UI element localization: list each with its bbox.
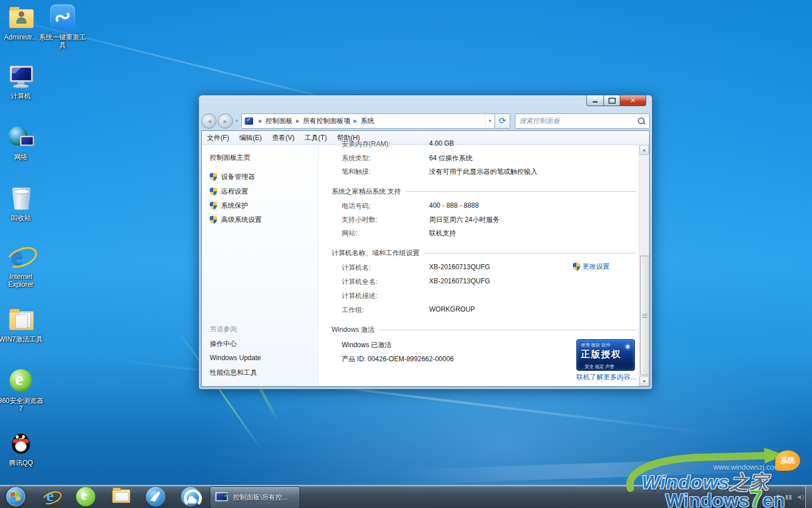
system-tray[interactable]: ⚑ ▮▮ ◄) [771,485,804,508]
sidebar-item-action-center[interactable]: 操作中心 [210,339,237,349]
taskbar-explorer[interactable] [106,485,135,508]
uac-shield-icon [210,187,217,196]
wallpaper-streak [395,456,812,485]
360-browser-icon: e [7,368,34,395]
learn-more-link[interactable]: 联机了解更多内容... [576,373,634,383]
watermark-url: www.windowszj.com [713,463,780,471]
internet-explorer-icon: e [7,244,34,271]
sidebar-item-windows-update[interactable]: Windows Update [210,354,261,362]
search-box[interactable]: 搜索控制面板 [515,113,650,129]
close-button[interactable]: ✕ [620,95,646,106]
breadcrumb-arrow-icon: ▶ [296,119,299,124]
scroll-down-icon[interactable]: ▼ [639,376,649,386]
tray-volume-icon[interactable]: ◄) [796,493,804,500]
maximize-button[interactable] [604,95,620,106]
computer-icon [7,63,34,90]
section-header-activation: Windows 激活 [332,325,637,335]
search-icon[interactable] [637,117,646,125]
uac-shield-icon [210,202,217,210]
section-header-computer-name: 计算机名称、域和工作组设置 [332,248,637,258]
sidebar-item-device-manager[interactable]: 设备管理器 [210,172,255,182]
start-button[interactable] [1,485,30,508]
section-header-support: 系统之家精品系统 支持 [332,187,637,196]
qq-browser-icon [181,487,200,506]
breadcrumb-arrow-icon: ▶ [354,119,357,124]
desktop-icon-label: 计算机 [0,92,45,100]
address-dropdown-icon[interactable]: ▼ [485,114,495,128]
uac-shield-icon [210,216,217,224]
desktop-icon-tencent-qq[interactable]: 腾讯QQ [0,430,45,467]
taskbar-feather-browser[interactable] [141,485,170,508]
caption-buttons: ✕ [586,95,646,106]
online-support-link[interactable]: 联机支持 [429,229,456,238]
360-browser-icon: e [76,487,95,506]
breadcrumb-all-items[interactable]: 所有控制面板项 [303,116,350,126]
menu-file[interactable]: 文件(F) [202,131,234,144]
sidebar-item-system-protection[interactable]: 系统保护 [210,201,248,211]
network-icon [7,124,34,151]
internet-explorer-icon: e [41,487,60,506]
desktop-icon-label: 回收站 [0,214,45,222]
desktop: Administr... 系统一键重装工具 计算机 网络 回收站 e Inter… [0,0,812,508]
desktop-icon-network[interactable]: 网络 [0,124,45,161]
desktop-icon-label: 网络 [0,153,45,161]
taskbar-internet-explorer[interactable]: e [36,485,65,508]
active-window-title: 控制面板\所有控... [233,493,288,502]
system-applet-icon [245,117,253,125]
desktop-icon-recycle-bin[interactable]: 回收站 [0,185,45,222]
system-info-content: 安装内存(RAM):4.00 GB 系统类型:64 位操作系统 笔和触摸:没有可… [320,145,642,386]
taskbar-qq-browser[interactable] [176,485,205,508]
desktop-icon-label: 腾讯QQ [0,459,45,467]
search-placeholder: 搜索控制面板 [515,116,637,126]
desktop-icon-internet-explorer[interactable]: e Internet Explorer [0,244,45,288]
menu-view[interactable]: 查看(V) [267,131,299,144]
address-bar[interactable]: ▶ 控制面板 ▶ 所有控制面板项 ▶ 系统 ▼ [241,113,495,129]
sidebar: 控制面板主页 设备管理器 远程设置 系统保护 高级系统设置 另请参阅 操作中心 … [202,145,319,386]
watermark-bubble: 系统 [775,450,800,471]
scrollbar-thumb[interactable] [640,256,650,375]
desktop-icon-computer[interactable]: 计算机 [0,63,45,100]
desktop-icon-label: 360安全浏览器7 [0,397,45,413]
desktop-icon-one-key-reinstall[interactable]: 系统一键重装工具 [39,5,86,49]
desktop-icon-administrator[interactable]: Administr... [0,5,45,41]
desktop-icon-label: Internet Explorer [0,273,45,288]
taskbar-active-window-button[interactable]: ✓ 控制面板\所有控... [210,487,300,508]
forward-button[interactable]: ► [218,113,233,129]
scroll-up-icon[interactable]: ▲ [639,145,649,155]
breadcrumb-system[interactable]: 系统 [360,116,374,126]
desktop-icon-win7-activation[interactable]: WIN7激活工具 [0,306,45,343]
see-also-header: 另请参阅 [210,325,237,334]
minimize-button[interactable] [586,95,604,106]
uac-shield-icon [573,262,580,271]
window-client-area: 文件(F) 编辑(E) 查看(V) 工具(T) 帮助(H) 控制面板主页 设备管… [201,130,650,387]
desktop-icon-label: WIN7激活工具 [0,335,45,343]
navigation-bar: ◄ ► ▼ ▶ 控制面板 ▶ 所有控制面板项 ▶ 系统 ▼ ⟳ 搜索控制面板 [201,111,650,130]
menu-bar: 文件(F) 编辑(E) 查看(V) 工具(T) 帮助(H) [202,131,649,145]
recent-pages-dropdown-icon[interactable]: ▼ [235,119,239,124]
uac-shield-icon [210,173,217,181]
tray-flag-icon[interactable]: ⚑ [775,493,781,501]
explorer-folder-icon [111,487,130,506]
qq-penguin-icon [7,430,34,457]
sidebar-item-remote-settings[interactable]: 远程设置 [210,187,248,196]
genuine-microsoft-badge[interactable]: ✶ 使用 微软 软件 正版授权 安全 稳定 声誉 [576,339,635,371]
refresh-button[interactable]: ⟳ [495,113,510,129]
feather-browser-icon [146,487,165,506]
user-folder-icon [7,5,34,32]
vertical-scrollbar[interactable]: ▲ ▼ [639,145,649,386]
taskbar-360-browser[interactable]: e [71,485,100,508]
tray-network-icon[interactable]: ▮▮ [785,493,792,501]
sidebar-item-advanced-settings[interactable]: 高级系统设置 [210,215,262,225]
breadcrumb-control-panel[interactable]: 控制面板 [266,116,293,126]
menu-edit[interactable]: 编辑(E) [234,131,267,144]
back-button[interactable]: ◄ [201,113,217,129]
change-settings-link[interactable]: 更改设置 [573,262,610,271]
menu-tools[interactable]: 工具(T) [299,131,332,144]
desktop-icon-label: Administr... [0,33,45,41]
recycle-bin-icon [7,185,34,212]
taskbar: e e ✓ 控制面板\所有控... ⚑ ▮▮ ◄) [0,485,812,508]
show-desktop-button[interactable] [805,485,812,508]
desktop-icon-360-browser[interactable]: e 360安全浏览器7 [0,368,45,413]
sidebar-item-home[interactable]: 控制面板主页 [210,153,250,163]
sidebar-item-performance-tools[interactable]: 性能信息和工具 [210,368,257,378]
